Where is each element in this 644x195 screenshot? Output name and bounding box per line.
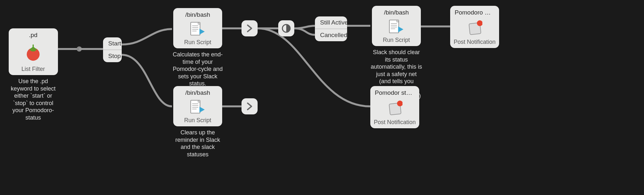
script-title: /bin/bash [175, 89, 220, 96]
arg-switch-start[interactable]: Start [103, 37, 122, 50]
status-switch-node[interactable]: Still Active Cancelled [315, 16, 347, 41]
passthrough-node-bottom[interactable] [242, 98, 258, 114]
list-filter-subtitle: List Filter [21, 66, 45, 73]
notif-title: Pomodoro Done! [452, 9, 497, 16]
notification-done-node[interactable]: Pomodoro Done! Post Notification [450, 6, 499, 48]
notification-icon [467, 20, 482, 35]
delay-node[interactable] [278, 20, 294, 36]
script-subtitle: Run Script [184, 39, 211, 46]
script-doc-icon [188, 22, 207, 36]
notification-icon [387, 100, 402, 116]
script-subtitle: Run Script [383, 37, 410, 44]
list-filter-title: .pd [11, 32, 56, 39]
run-script-clear-node[interactable]: /bin/bash Run Script Slack should clear … [370, 6, 422, 100]
run-script-start-node[interactable]: /bin/bash Run Script Calculates the end-… [172, 8, 223, 87]
script-title: /bin/bash [175, 11, 220, 18]
tomato-icon [24, 43, 43, 62]
svg-point-0 [77, 46, 82, 52]
script-subtitle: Run Script [184, 117, 211, 124]
arg-switch-node[interactable]: Start Stop [103, 37, 122, 62]
script-title: /bin/bash [374, 9, 419, 16]
run-script-stop-node[interactable]: /bin/bash Run Script Clears up the remin… [172, 86, 223, 158]
notif-subtitle: Post Notification [374, 119, 416, 126]
notif-subtitle: Post Notification [454, 39, 496, 45]
arg-switch-stop[interactable]: Stop [103, 50, 122, 62]
half-circle-icon [281, 24, 291, 33]
status-switch-cancelled[interactable]: Cancelled [315, 29, 347, 41]
script-doc-icon [387, 19, 406, 34]
passthrough-node-top[interactable] [242, 20, 258, 36]
script-doc-icon [188, 100, 207, 114]
notification-started-node[interactable]: Pomodor started for … Post Notification [370, 86, 419, 128]
chevron-right-icon [245, 24, 254, 33]
script-desc: Clears up the reminder in Slack and the … [172, 129, 223, 158]
script-desc: Calculates the end-time of your Pomodor-… [172, 51, 223, 87]
list-filter-desc: Use the .pd keyword to select either `st… [8, 78, 58, 121]
list-filter-node[interactable]: .pd List Filter Use the .pd keyword to s… [8, 28, 58, 121]
notif-title: Pomodor started for … [372, 89, 417, 96]
chevron-right-icon [245, 102, 254, 111]
svg-point-1 [27, 48, 40, 61]
status-switch-active[interactable]: Still Active [315, 16, 347, 29]
